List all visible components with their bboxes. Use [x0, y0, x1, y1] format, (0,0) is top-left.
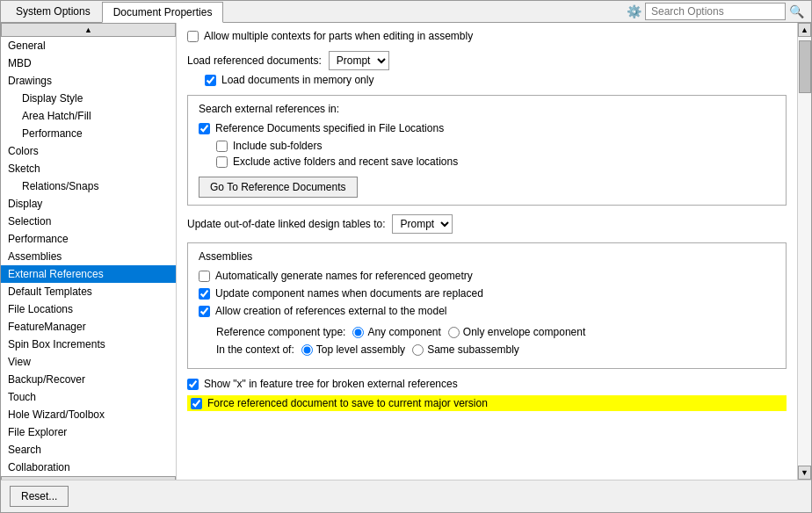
- top-level-assembly-text: Top level assembly: [316, 343, 405, 356]
- sidebar-item-relations-snaps[interactable]: Relations/Snaps: [1, 177, 176, 195]
- load-in-memory-checkbox[interactable]: [205, 75, 216, 86]
- sidebar-item-performance[interactable]: Performance: [1, 230, 176, 248]
- sidebar-item-display[interactable]: Display: [1, 195, 176, 213]
- sidebar-item-default-templates[interactable]: Default Templates: [1, 283, 176, 300]
- sidebar-item-spin-box-increments[interactable]: Spin Box Increments: [1, 336, 176, 353]
- reference-docs-label: Reference Documents specified in File Lo…: [215, 122, 444, 134]
- show-x-label: Show "x" in feature tree for broken exte…: [204, 378, 458, 390]
- sidebar-item-colors[interactable]: Colors: [1, 142, 176, 160]
- load-referenced-dropdown[interactable]: Prompt Always Never: [329, 51, 389, 70]
- go-to-reference-docs-button[interactable]: Go To Reference Documents: [199, 177, 358, 198]
- content-area: ▲ GeneralMBDDrawingsDisplay StyleArea Ha…: [1, 23, 811, 480]
- include-subfolders-checkbox[interactable]: [216, 141, 228, 152]
- load-in-memory-label: Load documents in memory only: [221, 74, 373, 86]
- same-subassembly-radio[interactable]: [412, 344, 424, 356]
- sidebar-item-file-locations[interactable]: File Locations: [1, 300, 176, 318]
- update-linked-label: Update out-of-date linked design tables …: [187, 218, 385, 230]
- allow-multiple-contexts-label: Allow multiple contexts for parts when e…: [204, 30, 473, 42]
- update-component-label: Update component names when documents ar…: [215, 287, 483, 300]
- sidebar-scroll-up[interactable]: ▲: [1, 23, 176, 37]
- ref-component-type-label: Reference component type:: [216, 326, 345, 338]
- sidebar-item-sketch[interactable]: Sketch: [1, 160, 176, 177]
- reset-bar: Reset...: [1, 480, 811, 512]
- sidebar-item-selection[interactable]: Selection: [1, 213, 176, 230]
- force-referenced-label: Force referenced document to save to cur…: [207, 397, 488, 409]
- show-x-checkbox[interactable]: [187, 379, 199, 390]
- sidebar-item-collaboration[interactable]: Collaboration: [1, 459, 176, 476]
- sidebar-item-general[interactable]: General: [1, 37, 176, 54]
- scrollbar-down-btn[interactable]: ▼: [798, 466, 811, 480]
- sidebar-item-display-style[interactable]: Display Style: [1, 90, 176, 107]
- same-subassembly-radio-label: Same subassembly: [412, 343, 519, 356]
- force-referenced-checkbox[interactable]: [191, 398, 202, 409]
- search-input[interactable]: [645, 3, 786, 20]
- top-level-assembly-radio[interactable]: [301, 344, 313, 356]
- gear-icon: ⚙️: [627, 4, 642, 18]
- scrollbar-thumb[interactable]: [799, 40, 811, 93]
- allow-multiple-contexts-checkbox[interactable]: [187, 31, 199, 42]
- sidebar-item-drawings[interactable]: Drawings: [1, 72, 176, 90]
- only-envelope-radio[interactable]: [448, 327, 460, 338]
- allow-creation-checkbox[interactable]: [199, 306, 210, 317]
- in-context-of-label: In the context of:: [216, 343, 294, 356]
- sidebar-item-backup-recover[interactable]: Backup/Recover: [1, 371, 176, 388]
- allow-creation-label: Allow creation of references external to…: [215, 305, 446, 317]
- only-envelope-radio-label: Only envelope component: [448, 326, 585, 338]
- reference-docs-checkbox[interactable]: [199, 123, 210, 134]
- reset-button[interactable]: Reset...: [10, 486, 69, 507]
- assemblies-title: Assemblies: [199, 250, 775, 263]
- main-scrollbar: ▲ ▼: [797, 23, 811, 480]
- exclude-active-checkbox[interactable]: [216, 156, 228, 168]
- sidebar: ▲ GeneralMBDDrawingsDisplay StyleArea Ha…: [1, 23, 177, 480]
- any-component-radio[interactable]: [352, 327, 364, 338]
- tab-document-properties[interactable]: Document Properties: [102, 2, 224, 23]
- search-area: ⚙️ 🔍: [623, 1, 808, 22]
- assemblies-group: Assemblies Automatically generate names …: [187, 242, 787, 369]
- auto-generate-label: Automatically generate names for referen…: [215, 270, 473, 282]
- any-component-text: Any component: [367, 326, 440, 338]
- main-panel: Allow multiple contexts for parts when e…: [177, 23, 797, 480]
- exclude-active-label: Exclude active folders and recent save l…: [233, 155, 458, 168]
- tab-system-options[interactable]: System Options: [4, 1, 102, 22]
- sidebar-item-touch[interactable]: Touch: [1, 388, 176, 406]
- search-external-title: Search external references in:: [199, 103, 775, 115]
- sidebar-item-external-references[interactable]: External References: [1, 265, 176, 283]
- any-component-radio-label: Any component: [352, 326, 440, 338]
- sidebar-item-featuremanager[interactable]: FeatureManager: [1, 318, 176, 336]
- sidebar-item-area-hatch-fill[interactable]: Area Hatch/Fill: [1, 107, 176, 125]
- only-envelope-text: Only envelope component: [463, 326, 585, 338]
- load-referenced-label: Load referenced documents:: [187, 54, 322, 67]
- sidebar-item-search[interactable]: Search: [1, 441, 176, 459]
- sidebar-item-hole-wizard-toolbox[interactable]: Hole Wizard/Toolbox: [1, 406, 176, 423]
- top-level-assembly-radio-label: Top level assembly: [301, 343, 405, 356]
- scrollbar-track[interactable]: [798, 37, 811, 466]
- sidebar-item-view[interactable]: View: [1, 353, 176, 371]
- same-subassembly-text: Same subassembly: [427, 343, 519, 356]
- sidebar-item-assemblies[interactable]: Assemblies: [1, 248, 176, 265]
- search-external-group: Search external references in: Reference…: [187, 95, 787, 206]
- include-subfolders-label: Include sub-folders: [233, 140, 322, 152]
- scrollbar-up-btn[interactable]: ▲: [798, 23, 811, 37]
- search-button[interactable]: 🔍: [789, 4, 804, 18]
- sidebar-item-file-explorer[interactable]: File Explorer: [1, 423, 176, 441]
- sidebar-item-performance[interactable]: Performance: [1, 125, 176, 142]
- tab-bar: System Options Document Properties ⚙️ 🔍: [1, 1, 811, 23]
- auto-generate-checkbox[interactable]: [199, 271, 210, 282]
- update-linked-dropdown[interactable]: Prompt Always Never: [392, 214, 453, 234]
- sidebar-item-mbd[interactable]: MBD: [1, 54, 176, 72]
- update-component-checkbox[interactable]: [199, 288, 210, 300]
